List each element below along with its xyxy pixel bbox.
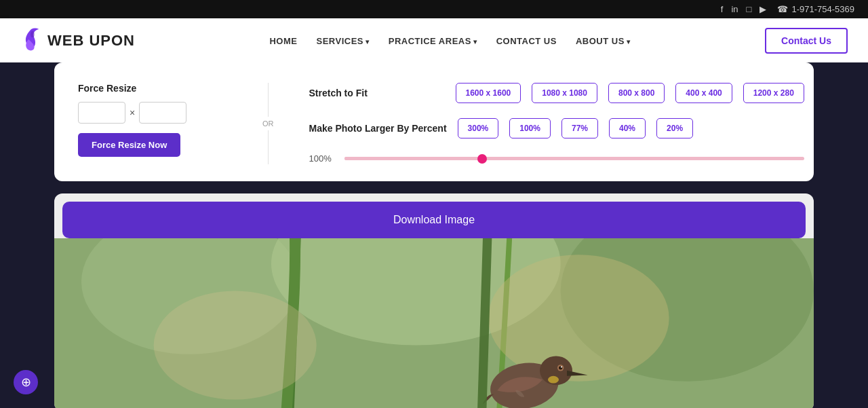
resize-height-input[interactable] — [139, 102, 186, 124]
or-text: OR — [262, 117, 274, 130]
tool-row: Force Resize × Force Resize Now OR Stret… — [78, 83, 790, 164]
nav-services[interactable]: SERVICES — [316, 35, 369, 47]
stretch-preset-1080[interactable]: 1080 x 1080 — [532, 83, 597, 103]
slider-fill — [344, 157, 482, 160]
svg-point-5 — [488, 255, 669, 382]
contact-us-button[interactable]: Contact Us — [765, 28, 848, 54]
svg-point-12 — [548, 376, 559, 384]
logo-icon — [20, 28, 42, 54]
stretch-preset-400[interactable]: 400 x 400 — [675, 83, 732, 103]
separator-line-top — [268, 83, 269, 117]
slider-track[interactable] — [344, 157, 804, 160]
larger-label: Make Photo Larger By Percent — [309, 123, 447, 134]
svg-point-0 — [31, 31, 35, 37]
accessibility-icon: ⊕ — [21, 375, 31, 390]
phone-number: ☎ 1-971-754-5369 — [777, 4, 854, 14]
stretch-preset-1200[interactable]: 1200 x 280 — [743, 83, 804, 103]
download-button-area[interactable]: Download Image — [62, 202, 806, 238]
larger-preset-100[interactable]: 100% — [509, 118, 551, 138]
logo[interactable]: WEB UPON — [20, 28, 135, 54]
nav-links: HOME SERVICES PRACTICE AREAS CONTACT US … — [269, 35, 630, 47]
preview-svg — [54, 238, 814, 408]
resize-width-input[interactable] — [78, 102, 125, 124]
force-resize-now-button[interactable]: Force Resize Now — [78, 133, 180, 157]
options-section: Stretch to Fit 1600 x 1600 1080 x 1080 8… — [309, 83, 804, 164]
tool-card: Force Resize × Force Resize Now OR Stret… — [54, 62, 814, 181]
facebook-icon[interactable]: f — [721, 4, 724, 14]
stretch-label: Stretch to Fit — [309, 88, 445, 98]
download-button-label: Download Image — [393, 214, 475, 225]
phone-icon: ☎ — [777, 4, 788, 14]
instagram-icon[interactable]: □ — [747, 4, 752, 14]
larger-preset-40[interactable]: 40% — [609, 118, 646, 138]
social-icons: f in □ ▶ — [721, 4, 767, 14]
resize-separator: × — [130, 107, 135, 118]
larger-preset-20[interactable]: 20% — [656, 118, 693, 138]
stretch-preset-800[interactable]: 800 x 800 — [608, 83, 665, 103]
top-bar: f in □ ▶ ☎ 1-971-754-5369 — [0, 0, 868, 18]
slider-thumb[interactable] — [477, 154, 487, 164]
stretch-row: Stretch to Fit 1600 x 1600 1080 x 1080 8… — [309, 83, 804, 103]
navbar: WEB UPON HOME SERVICES PRACTICE AREAS CO… — [0, 18, 868, 62]
larger-preset-300[interactable]: 300% — [458, 118, 499, 138]
youtube-icon[interactable]: ▶ — [760, 4, 766, 14]
main-content: Force Resize × Force Resize Now OR Stret… — [0, 62, 868, 408]
separator-line-bottom — [268, 130, 269, 164]
larger-row: Make Photo Larger By Percent 300% 100% 7… — [309, 118, 804, 138]
force-resize-label: Force Resize — [78, 83, 227, 94]
nav-practice-areas[interactable]: PRACTICE AREAS — [389, 35, 477, 47]
larger-preset-77[interactable]: 77% — [561, 118, 598, 138]
image-preview — [54, 238, 814, 408]
logo-text: WEB UPON — [47, 32, 135, 50]
svg-point-6 — [154, 291, 317, 400]
nav-about-us[interactable]: ABOUT US — [576, 35, 631, 47]
force-resize-section: Force Resize × Force Resize Now — [78, 83, 227, 157]
accessibility-button[interactable]: ⊕ — [14, 370, 38, 394]
nav-contact-us[interactable]: CONTACT US — [496, 35, 557, 47]
svg-point-11 — [561, 366, 562, 367]
linkedin-icon[interactable]: in — [731, 4, 738, 14]
nav-home[interactable]: HOME — [269, 35, 297, 47]
stretch-preset-1600[interactable]: 1600 x 1600 — [456, 83, 521, 103]
resize-inputs: × — [78, 102, 227, 124]
or-separator: OR — [254, 83, 282, 164]
download-card: Download Image — [54, 193, 814, 408]
slider-row: 100% — [309, 153, 804, 164]
slider-value-label: 100% — [309, 153, 336, 164]
